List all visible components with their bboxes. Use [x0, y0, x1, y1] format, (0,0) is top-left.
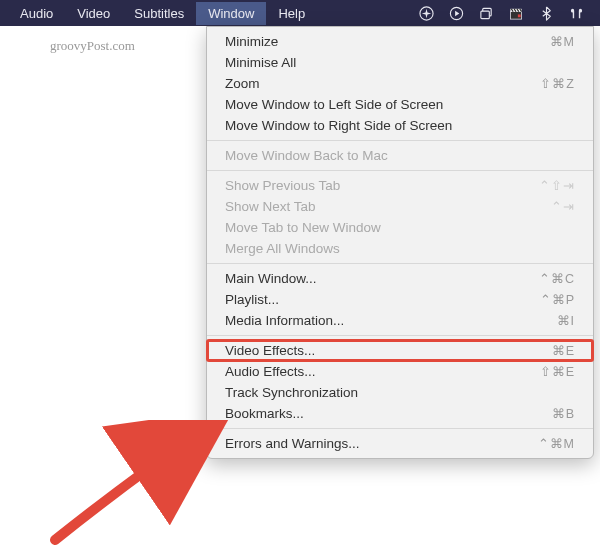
menubar: Audio Video Subtitles Window Help — [0, 0, 600, 26]
menu-item-zoom[interactable]: Zoom ⇧⌘Z — [207, 73, 593, 94]
menubar-status-icons — [418, 5, 592, 21]
menu-separator — [207, 428, 593, 429]
menu-item-main-window[interactable]: Main Window... ⌃⌘C — [207, 268, 593, 289]
menu-item-errors[interactable]: Errors and Warnings... ⌃⌘M — [207, 433, 593, 454]
menu-shortcut: ⌃⇥ — [551, 199, 575, 214]
menu-label: Playlist... — [225, 292, 279, 307]
menu-label: Media Information... — [225, 313, 344, 328]
watermark: groovyPost.com — [50, 38, 135, 54]
clapper-icon[interactable] — [508, 5, 524, 21]
menu-shortcut: ⌃⌘P — [540, 292, 575, 307]
menu-label: Minimise All — [225, 55, 296, 70]
bluetooth-icon[interactable] — [538, 5, 554, 21]
fan-icon[interactable] — [418, 5, 434, 21]
menu-label: Move Window Back to Mac — [225, 148, 388, 163]
menu-shortcut: ⌘M — [550, 34, 575, 49]
menu-label: Track Synchronization — [225, 385, 358, 400]
menu-label: Errors and Warnings... — [225, 436, 360, 451]
menu-label: Show Next Tab — [225, 199, 316, 214]
menu-shortcut: ⌘I — [557, 313, 575, 328]
menu-label: Merge All Windows — [225, 241, 340, 256]
menu-shortcut: ⇧⌘E — [540, 364, 575, 379]
menu-item-merge-all: Merge All Windows — [207, 238, 593, 259]
menu-item-show-prev-tab: Show Previous Tab ⌃⇧⇥ — [207, 175, 593, 196]
menu-item-media-info[interactable]: Media Information... ⌘I — [207, 310, 593, 331]
menubar-item-window[interactable]: Window — [196, 2, 266, 25]
menu-label: Audio Effects... — [225, 364, 316, 379]
window-menu-dropdown: Minimize ⌘M Minimise All Zoom ⇧⌘Z Move W… — [206, 26, 594, 459]
menu-label: Minimize — [225, 34, 278, 49]
menu-shortcut: ⌘E — [552, 343, 575, 358]
menu-separator — [207, 140, 593, 141]
menu-item-move-back: Move Window Back to Mac — [207, 145, 593, 166]
menu-label: Video Effects... — [225, 343, 315, 358]
menu-item-show-next-tab: Show Next Tab ⌃⇥ — [207, 196, 593, 217]
menu-item-move-tab: Move Tab to New Window — [207, 217, 593, 238]
menu-label: Main Window... — [225, 271, 317, 286]
play-circle-icon[interactable] — [448, 5, 464, 21]
menubar-item-help[interactable]: Help — [266, 2, 317, 25]
menu-separator — [207, 170, 593, 171]
menu-item-track-sync[interactable]: Track Synchronization — [207, 382, 593, 403]
menubar-item-subtitles[interactable]: Subtitles — [122, 2, 196, 25]
menu-item-move-left[interactable]: Move Window to Left Side of Screen — [207, 94, 593, 115]
menu-label: Move Window to Right Side of Screen — [225, 118, 452, 133]
menu-item-video-effects[interactable]: Video Effects... ⌘E — [207, 340, 593, 361]
menu-item-move-right[interactable]: Move Window to Right Side of Screen — [207, 115, 593, 136]
menu-separator — [207, 335, 593, 336]
svg-rect-3 — [480, 11, 488, 19]
svg-rect-5 — [518, 14, 521, 17]
menubar-item-video[interactable]: Video — [65, 2, 122, 25]
menu-label: Zoom — [225, 76, 260, 91]
menubar-item-audio[interactable]: Audio — [8, 2, 65, 25]
menu-shortcut: ⌃⌘C — [539, 271, 575, 286]
menu-label: Show Previous Tab — [225, 178, 340, 193]
menu-separator — [207, 263, 593, 264]
menu-item-minimise-all[interactable]: Minimise All — [207, 52, 593, 73]
menu-item-minimize[interactable]: Minimize ⌘M — [207, 31, 593, 52]
menu-shortcut: ⌃⇧⇥ — [539, 178, 575, 193]
menu-item-audio-effects[interactable]: Audio Effects... ⇧⌘E — [207, 361, 593, 382]
windows-icon[interactable] — [478, 5, 494, 21]
menu-label: Bookmarks... — [225, 406, 304, 421]
menu-item-bookmarks[interactable]: Bookmarks... ⌘B — [207, 403, 593, 424]
menubar-left: Audio Video Subtitles Window Help — [8, 2, 317, 25]
menu-label: Move Tab to New Window — [225, 220, 381, 235]
menu-shortcut: ⌃⌘M — [538, 436, 575, 451]
airpods-icon[interactable] — [568, 5, 584, 21]
menu-shortcut: ⌘B — [552, 406, 575, 421]
menu-item-playlist[interactable]: Playlist... ⌃⌘P — [207, 289, 593, 310]
menu-label: Move Window to Left Side of Screen — [225, 97, 443, 112]
menu-shortcut: ⇧⌘Z — [540, 76, 575, 91]
